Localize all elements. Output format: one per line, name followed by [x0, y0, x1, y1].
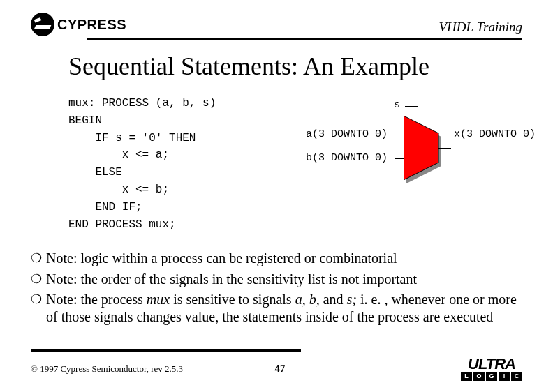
- wire-x: [438, 148, 451, 149]
- code-line: BEGIN: [68, 114, 102, 127]
- footer-rule: [31, 349, 301, 352]
- brand-name: CYPRESS: [57, 17, 126, 33]
- code-line: mux: PROCESS (a, b, s): [68, 97, 216, 110]
- brand-logo: CYPRESS: [31, 13, 126, 36]
- header-title: VHDL Training: [439, 20, 523, 35]
- note-item: ❍ Note: the process mux is sensitive to …: [31, 291, 522, 326]
- note-frag: and: [320, 292, 347, 307]
- signal-x-label: x(3 DOWNTO 0): [454, 128, 536, 140]
- mux-icon: [404, 116, 443, 180]
- ultra-sub: L O G I C: [461, 372, 522, 381]
- note-em: mux: [147, 292, 170, 307]
- svg-marker-1: [404, 116, 438, 180]
- ultra-word: ULTRA: [468, 356, 515, 372]
- ultra-letter: O: [473, 372, 485, 381]
- mux-diagram: s a(3 DOWNTO 0) b(3 DOWNTO 0) x(3 DOWNTO…: [292, 100, 515, 198]
- code-line: END IF;: [68, 201, 142, 213]
- code-block: mux: PROCESS (a, b, s) BEGIN IF s = '0' …: [68, 95, 292, 233]
- signal-b-label: b(3 DOWNTO 0): [306, 152, 388, 164]
- code-line: ELSE: [68, 166, 122, 179]
- signal-a-label: a(3 DOWNTO 0): [306, 128, 388, 140]
- slide-header: CYPRESS VHDL Training: [31, 13, 522, 36]
- code-line: x <= a;: [68, 149, 169, 161]
- wire-s: [405, 106, 418, 107]
- code-line: END PROCESS mux;: [68, 218, 176, 231]
- note-em: s;: [347, 292, 357, 307]
- bullet-icon: ❍: [31, 271, 42, 288]
- bullet-icon: ❍: [31, 291, 42, 308]
- header-rule: [87, 38, 522, 40]
- ultra-letter: G: [486, 372, 497, 381]
- signal-s-label: s: [394, 99, 400, 111]
- note-text: Note: the process mux is sensitive to si…: [46, 291, 522, 326]
- cypress-orb-icon: [31, 13, 54, 36]
- bullet-icon: ❍: [31, 250, 42, 267]
- note-item: ❍ Note: logic within a process can be re…: [31, 250, 522, 267]
- slide-footer: © 1997 Cypress Semiconductor, rev 2.5.3 …: [31, 349, 522, 381]
- ultra-logo: ULTRA L O G I C: [461, 356, 522, 381]
- note-text: Note: logic within a process can be regi…: [46, 250, 522, 267]
- code-line: IF s = '0' THEN: [68, 132, 196, 144]
- note-em: a, b,: [295, 292, 320, 307]
- slide-title: Sequential Statements: An Example: [68, 52, 522, 81]
- note-frag: Note: the process: [46, 292, 147, 307]
- note-text: Note: the order of the signals in the se…: [46, 271, 522, 288]
- code-line: x <= b;: [68, 183, 169, 196]
- page-number: 47: [99, 363, 461, 375]
- ultra-letter: L: [461, 372, 472, 381]
- notes-list: ❍ Note: logic within a process can be re…: [31, 250, 522, 325]
- ultra-letter: C: [511, 372, 522, 381]
- content-row: mux: PROCESS (a, b, s) BEGIN IF s = '0' …: [68, 95, 522, 233]
- note-item: ❍ Note: the order of the signals in the …: [31, 271, 522, 288]
- ultra-letter: I: [499, 372, 510, 381]
- note-frag: is sensitive to signals: [170, 292, 295, 307]
